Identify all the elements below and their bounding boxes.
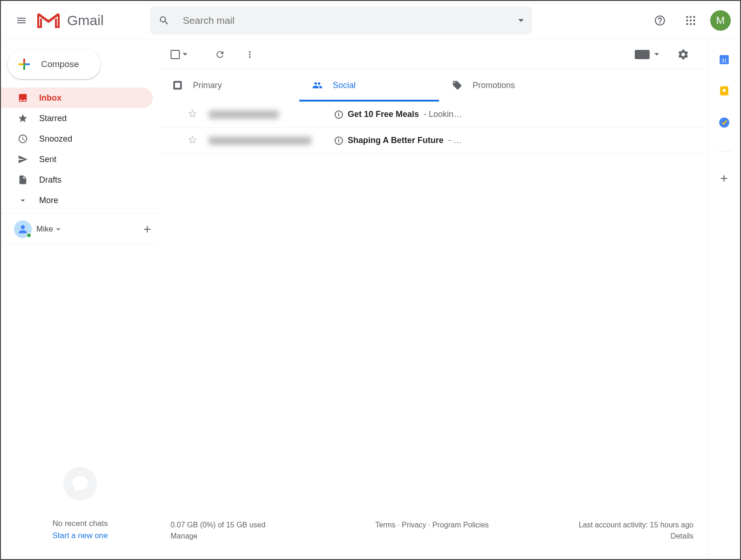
select-dropdown[interactable] [183,53,187,55]
clock-icon [18,134,28,144]
refresh-button[interactable] [210,44,230,65]
manage-storage-link[interactable]: Manage [171,532,329,540]
tab-label: Social [333,81,356,90]
email-row[interactable]: i Get 10 Free Meals - Lookin… [159,102,705,128]
google-apps-button[interactable] [679,9,702,32]
sidebar-item-more[interactable]: More [1,190,153,211]
hangouts-username[interactable]: Mike [36,225,61,234]
nav-label: Snoozed [39,134,72,144]
more-vert-icon [245,49,255,60]
star-icon [18,113,28,123]
tab-primary[interactable]: Primary [159,69,299,102]
input-tools-button[interactable] [635,50,659,59]
keep-icon [718,85,730,97]
main-menu-button[interactable] [10,9,33,32]
get-addons-button[interactable]: + [720,171,727,186]
star-outline-icon [187,135,198,145]
email-sender [209,137,335,145]
tab-label: Promotions [473,81,515,90]
side-panel: 31 + [707,40,740,559]
inbox-icon [18,93,28,103]
settings-button[interactable] [673,44,693,65]
search-input[interactable] [183,15,513,26]
storage-text: 0.07 GB (0%) of 15 GB used [171,521,329,529]
app-header: Gmail M [1,1,740,40]
details-link[interactable]: Details [535,532,693,540]
help-icon [654,14,666,27]
chevron-down-icon [18,195,28,205]
email-list: i Get 10 Free Meals - Lookin… i Shaping … [159,102,705,154]
hangouts-bubble-icon [63,467,97,500]
nav-label: Inbox [39,93,62,103]
search-options-dropdown[interactable] [518,19,524,22]
dropdown-icon [654,53,659,55]
hangouts-avatar[interactable] [14,220,32,238]
nav-label: Drafts [39,175,62,185]
sidebar-item-snoozed[interactable]: Snoozed [1,129,153,149]
svg-point-7 [690,23,692,25]
search-bar[interactable] [150,7,532,34]
svg-point-6 [686,23,688,25]
activity-text: Last account activity: 15 hours ago [535,521,693,529]
compose-button[interactable]: Compose [7,49,101,79]
info-icon: i [335,110,343,119]
sidebar-item-starred[interactable]: Starred [1,108,153,129]
sidebar-item-drafts[interactable]: Drafts [1,170,153,190]
star-outline-icon [187,109,198,119]
inbox-tab-icon [172,80,183,90]
tag-icon [452,80,462,90]
hangouts-header: Mike + [1,213,159,245]
search-icon [158,15,170,26]
email-subject-line: i Get 10 Free Meals - Lookin… [335,109,462,119]
svg-point-5 [693,19,695,21]
email-sender [209,110,335,119]
footer: 0.07 GB (0%) of 15 GB used Manage Terms … [159,512,705,559]
more-button[interactable] [240,44,260,65]
select-all-checkbox[interactable] [171,50,180,59]
svg-point-12 [722,89,726,92]
support-button[interactable] [649,9,671,32]
email-row[interactable]: i Shaping A Better Future - … [159,128,705,154]
tasks-icon [718,116,730,129]
svg-point-8 [693,23,695,25]
svg-point-4 [690,19,692,21]
footer-links[interactable]: Terms · Privacy · Program Policies [329,521,535,529]
nav-label: More [39,196,58,205]
keyboard-icon [635,50,650,59]
no-chats-text: No recent chats [52,519,108,528]
new-conversation-button[interactable]: + [144,222,151,237]
start-chat-link[interactable]: Start a new one [52,531,108,540]
sidebar-item-inbox[interactable]: Inbox [1,88,153,108]
star-button[interactable] [187,135,198,146]
people-icon [312,80,322,90]
svg-point-2 [693,16,695,18]
svg-point-3 [686,19,688,21]
sidebar: Compose Inbox Starred Snoozed Sent Draft… [1,40,159,559]
main-content: Primary Social Promotions i Get 10 Free … [159,40,707,559]
gmail-logo-text: Gmail [67,13,103,28]
toolbar [159,40,705,69]
gear-icon [677,48,689,61]
tab-social[interactable]: Social [299,69,439,102]
nav-label: Starred [39,114,67,123]
gmail-logo[interactable]: Gmail [36,11,103,30]
star-button[interactable] [187,109,198,120]
refresh-icon [215,49,225,60]
hamburger-icon [16,15,27,26]
header-right: M [649,9,731,32]
plus-icon [16,56,33,73]
calendar-addon[interactable]: 31 [718,53,730,65]
email-subject-line: i Shaping A Better Future - … [335,136,462,145]
svg-point-0 [686,16,688,18]
account-avatar[interactable]: M [710,10,731,31]
dropdown-icon [56,228,61,231]
sidebar-item-sent[interactable]: Sent [1,149,153,170]
keep-addon[interactable] [718,85,730,97]
calendar-icon: 31 [718,53,730,65]
tab-promotions[interactable]: Promotions [439,69,579,102]
send-icon [18,154,28,164]
svg-text:31: 31 [721,58,727,63]
info-icon: i [335,137,343,145]
gmail-logo-icon [36,11,61,30]
tasks-addon[interactable] [718,116,730,129]
